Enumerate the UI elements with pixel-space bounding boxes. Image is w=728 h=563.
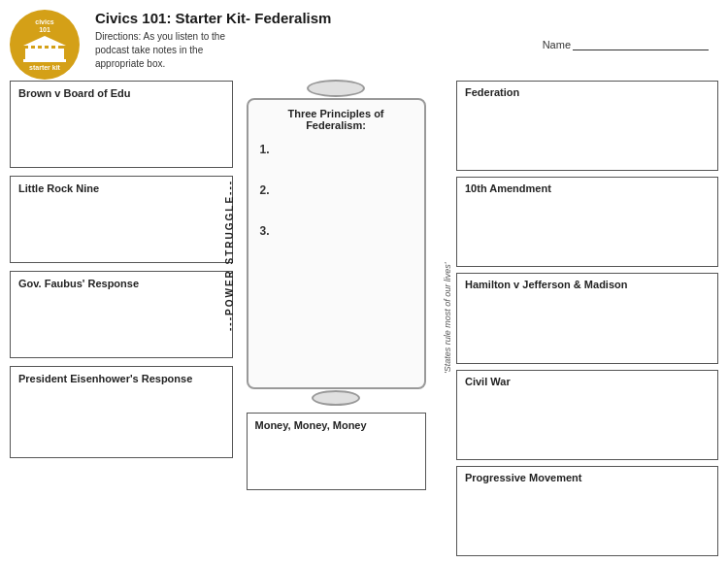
logo-building bbox=[20, 34, 69, 63]
box-brown-v-board[interactable]: Brown v Board of Edu bbox=[10, 81, 233, 168]
logo-label: starter kit bbox=[29, 64, 60, 71]
middle-column: ---POWER STRUGGLE--- Three Principles of… bbox=[239, 81, 433, 556]
scroll-top-curl bbox=[307, 80, 365, 97]
main-content: Brown v Board of Edu Little Rock Nine Go… bbox=[10, 81, 718, 556]
header-title: Civics 101: Starter Kit- Federalism bbox=[95, 10, 718, 26]
scroll-items: 1. 2. 3. bbox=[260, 143, 413, 238]
svg-marker-6 bbox=[23, 36, 66, 46]
scroll-body: Three Principles ofFederalism: 1. 2. 3. bbox=[247, 98, 426, 389]
scroll-bottom-curl bbox=[312, 390, 360, 406]
box-civil-war[interactable]: Civil War bbox=[456, 370, 718, 460]
box-10th-amendment[interactable]: 10th Amendment bbox=[456, 177, 718, 267]
right-column: 'States rule most of our lives' Federati… bbox=[439, 81, 718, 556]
scroll-item-3: 3. bbox=[260, 224, 413, 238]
box-hamilton-jefferson[interactable]: Hamilton v Jefferson & Madison bbox=[456, 273, 718, 363]
box-gov-faubus[interactable]: Gov. Faubus' Response bbox=[10, 271, 233, 358]
logo-circle: civics101 bbox=[10, 10, 80, 80]
scroll-title: Three Principles ofFederalism: bbox=[260, 108, 413, 131]
name-line: Name bbox=[543, 39, 709, 50]
svg-rect-7 bbox=[23, 59, 66, 62]
name-underline bbox=[573, 50, 709, 50]
scroll-container: Three Principles ofFederalism: 1. 2. 3. bbox=[247, 81, 426, 405]
scroll-item-1: 1. bbox=[260, 143, 413, 156]
box-little-rock[interactable]: Little Rock Nine bbox=[10, 176, 233, 263]
scroll-item-2: 2. bbox=[260, 183, 413, 197]
box-money[interactable]: Money, Money, Money bbox=[247, 413, 426, 490]
name-label: Name bbox=[543, 39, 571, 50]
left-column: Brown v Board of Edu Little Rock Nine Go… bbox=[10, 81, 233, 556]
states-rule-label: 'States rule most of our lives' bbox=[439, 81, 456, 556]
box-federation[interactable]: Federation bbox=[456, 81, 718, 171]
box-president-eisenhower[interactable]: President Eisenhower's Response bbox=[10, 366, 233, 458]
right-boxes: Federation 10th Amendment Hamilton v Jef… bbox=[456, 81, 718, 556]
power-struggle-label: ---POWER STRUGGLE--- bbox=[224, 158, 235, 352]
logo-text-top: civics101 bbox=[35, 18, 53, 33]
box-progressive-movement[interactable]: Progressive Movement bbox=[456, 466, 718, 556]
logo-area: civics101 bbox=[10, 10, 87, 73]
header-directions: Directions: As you listen to the podcast… bbox=[95, 30, 250, 71]
page: civics101 bbox=[0, 0, 728, 563]
